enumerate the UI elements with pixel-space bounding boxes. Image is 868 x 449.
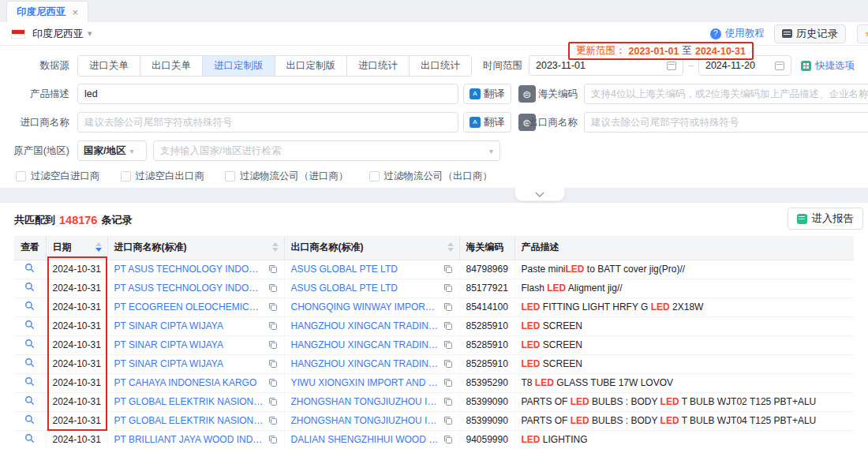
copy-icon[interactable]: [443, 416, 453, 425]
view-magnifier-icon[interactable]: [24, 414, 35, 425]
filter-checkbox[interactable]: 过滤物流公司（进口商）: [225, 170, 349, 183]
copy-icon[interactable]: [268, 416, 278, 425]
exporter-name: DALIAN SHENGZHIHUI WOOD INDUST...: [284, 430, 459, 449]
origin-type-select[interactable]: 国家/地区 ▾: [77, 140, 147, 161]
view-record-button[interactable]: [14, 392, 46, 411]
view-magnifier-icon[interactable]: [24, 320, 35, 330]
close-icon[interactable]: ×: [73, 6, 79, 18]
view-record-button[interactable]: [14, 279, 46, 297]
copy-icon[interactable]: [268, 378, 278, 387]
history-button[interactable]: 历史记录: [774, 24, 846, 43]
importer-name-link[interactable]: PT GLOBAL ELEKTRIK NASIONAL: [114, 415, 264, 426]
copy-icon[interactable]: [443, 359, 453, 369]
translate-button[interactable]: A 翻译: [463, 112, 511, 133]
exporter-name-link[interactable]: HANGZHOU XINGCAN TRADING CO LTD: [291, 358, 440, 369]
exporter-name-link[interactable]: HANGZHOU XINGCAN TRADING CO LTD: [291, 339, 440, 350]
datasource-tab[interactable]: 出口关单: [140, 56, 202, 76]
view-magnifier-icon[interactable]: [24, 395, 35, 406]
filter-checkbox[interactable]: 过滤空白出口商: [121, 170, 205, 183]
exporter-name-link[interactable]: HANGZHOU XINGCAN TRADING CO LTD: [291, 320, 440, 331]
view-magnifier-icon[interactable]: [24, 282, 35, 292]
view-record-button[interactable]: [14, 354, 46, 373]
hs-code-input[interactable]: 支持4位以上海关编码，或2位海关编码加上产品描述、企业名称的任意信息: [584, 84, 868, 104]
datasource-tab[interactable]: 进口统计: [346, 56, 409, 76]
copy-icon[interactable]: [268, 302, 278, 312]
copy-icon[interactable]: [443, 302, 453, 312]
checkbox-icon[interactable]: [225, 171, 235, 181]
hs-code-cell: 85285910: [459, 354, 514, 373]
view-record-button[interactable]: [14, 373, 46, 392]
sort-caret-icon[interactable]: [95, 242, 102, 252]
column-header[interactable]: 出口商名称(标准): [284, 236, 459, 260]
exporter-name-link[interactable]: ASUS GLOBAL PTE LTD: [291, 282, 440, 294]
chevron-down-icon[interactable]: ▾: [88, 28, 92, 39]
exporter-name-link[interactable]: ASUS GLOBAL PTE LTD: [291, 264, 440, 275]
column-header[interactable]: 进口商名称(标准): [107, 236, 284, 260]
collapse-form-button[interactable]: [514, 188, 565, 201]
copy-icon[interactable]: [268, 359, 278, 369]
view-record-button[interactable]: [14, 260, 46, 279]
copy-icon[interactable]: [443, 435, 453, 444]
filter-checkbox[interactable]: 过滤空白进口商: [16, 170, 100, 183]
importer-name-link[interactable]: PT GLOBAL ELEKTRIK NASIONAL: [114, 396, 264, 407]
exporter-input[interactable]: 建议去除公司尾部字符或特殊符号: [584, 112, 868, 133]
copy-icon[interactable]: [268, 435, 278, 444]
view-record-button[interactable]: [14, 430, 46, 449]
importer-name-link[interactable]: PT ASUS TECHNOLOGY INDONESIA BA...: [114, 282, 264, 294]
exporter-name-link[interactable]: DALIAN SHENGZHIHUI WOOD INDUST...: [291, 434, 440, 445]
filter-checkbox[interactable]: 过滤物流公司（出口商）: [369, 170, 493, 183]
view-record-button[interactable]: [14, 297, 46, 316]
importer-name-link[interactable]: PT ASUS TECHNOLOGY INDONESIA BA...: [114, 264, 264, 275]
quick-options-link[interactable]: 快捷选项: [801, 59, 855, 73]
copy-icon[interactable]: [443, 378, 453, 387]
exporter-name-link[interactable]: YIWU XIONGXIN IMPORT AND EXPORT...: [291, 377, 440, 388]
view-record-button[interactable]: [14, 316, 46, 335]
sort-caret-icon[interactable]: [447, 242, 454, 252]
view-magnifier-icon[interactable]: [24, 263, 35, 273]
exporter-name-link[interactable]: ZHONGSHAN TONGJIUZHOU INTERNA...: [291, 415, 440, 426]
view-magnifier-icon[interactable]: [24, 339, 35, 349]
datasource-tab[interactable]: 进口关单: [78, 56, 140, 76]
view-record-button[interactable]: [14, 411, 46, 430]
copy-icon[interactable]: [443, 283, 453, 293]
importer-name-link[interactable]: PT ECOGREEN OLEOCHEMICALS: [114, 301, 264, 312]
importer-name-link[interactable]: PT SINAR CIPTA WIJAYA: [114, 320, 264, 331]
importer-name-link[interactable]: PT BRILLIANT JAYA WOOD INDUSTRY: [114, 434, 264, 445]
exporter-name-link[interactable]: CHONGQING WINWAY IMPORT AND E...: [291, 301, 440, 312]
copy-icon[interactable]: [443, 264, 453, 274]
column-header[interactable]: 日期: [46, 236, 107, 260]
importer-name-link[interactable]: PT CAHAYA INDONESIA KARGO: [114, 377, 264, 388]
copy-icon[interactable]: [443, 340, 453, 350]
copy-icon[interactable]: [268, 397, 278, 406]
view-magnifier-icon[interactable]: [24, 376, 35, 387]
importer-input[interactable]: 建议去除公司尾部字符或特殊符号: [77, 112, 458, 133]
tab-indonesia[interactable]: 印度尼西亚 ×: [6, 1, 88, 22]
datasource-tab[interactable]: 出口定制版: [275, 56, 347, 76]
enter-report-button[interactable]: 进入报告: [788, 208, 863, 230]
datasource-tab[interactable]: 出口统计: [409, 56, 471, 76]
copy-icon[interactable]: [268, 264, 278, 274]
copy-icon[interactable]: [268, 283, 278, 293]
view-magnifier-icon[interactable]: [24, 433, 35, 443]
copy-icon[interactable]: [443, 397, 453, 406]
view-magnifier-icon[interactable]: [24, 301, 35, 311]
copy-icon[interactable]: [268, 340, 278, 350]
checkbox-icon[interactable]: [16, 171, 26, 181]
exporter-name-link[interactable]: ZHONGSHAN TONGJIUZHOU INTERNA...: [291, 396, 440, 407]
checkbox-icon[interactable]: [369, 171, 380, 181]
translate-button[interactable]: A 翻译: [463, 84, 511, 104]
sort-caret-icon[interactable]: [272, 242, 279, 252]
table-row: 2024-10-31PT ECOGREEN OLEOCHEMICALSCHONG…: [14, 297, 854, 316]
copy-icon[interactable]: [443, 321, 453, 331]
view-record-button[interactable]: [14, 335, 46, 354]
tutorial-link[interactable]: ? 使用教程: [710, 27, 765, 40]
view-magnifier-icon[interactable]: [24, 357, 35, 368]
importer-name-link[interactable]: PT SINAR CIPTA WIJAYA: [114, 339, 264, 350]
datasource-tab[interactable]: 进口定制版: [202, 56, 275, 76]
copy-icon[interactable]: [268, 321, 278, 331]
origin-search-input[interactable]: 支持输入国家/地区进行检索 ▾: [153, 140, 500, 161]
checkbox-icon[interactable]: [121, 171, 131, 181]
product-desc-input[interactable]: led: [77, 84, 458, 104]
favorite-button[interactable]: ★: [857, 24, 868, 43]
importer-name-link[interactable]: PT SINAR CIPTA WIJAYA: [114, 358, 264, 369]
